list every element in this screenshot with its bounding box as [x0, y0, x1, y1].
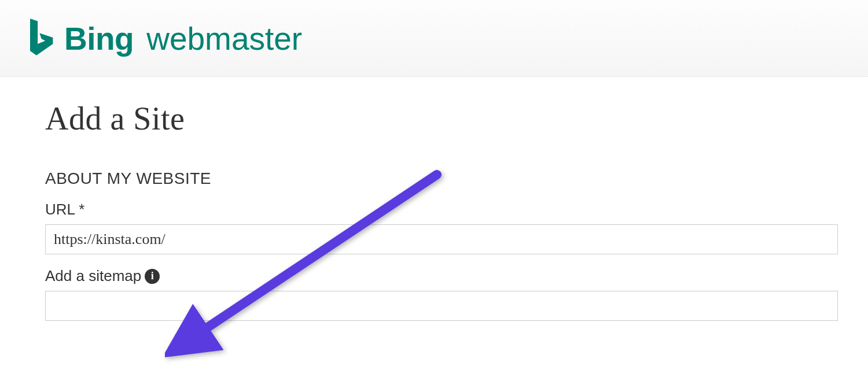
- sitemap-label: Add a sitemap i: [45, 267, 823, 285]
- url-label: URL *: [45, 201, 823, 219]
- brand-webmaster: webmaster: [146, 20, 302, 57]
- header: Bing webmaster: [0, 0, 868, 77]
- page-title: Add a Site: [45, 100, 823, 137]
- section-about-website: ABOUT MY WEBSITE: [45, 169, 823, 188]
- url-input[interactable]: [45, 224, 838, 254]
- bing-logo-icon: [24, 17, 56, 60]
- brand-bing: Bing: [64, 20, 134, 57]
- info-icon[interactable]: i: [145, 269, 160, 284]
- sitemap-input[interactable]: [45, 291, 838, 321]
- sitemap-label-text: Add a sitemap: [45, 267, 141, 285]
- content: Add a Site ABOUT MY WEBSITE URL * Add a …: [0, 77, 868, 321]
